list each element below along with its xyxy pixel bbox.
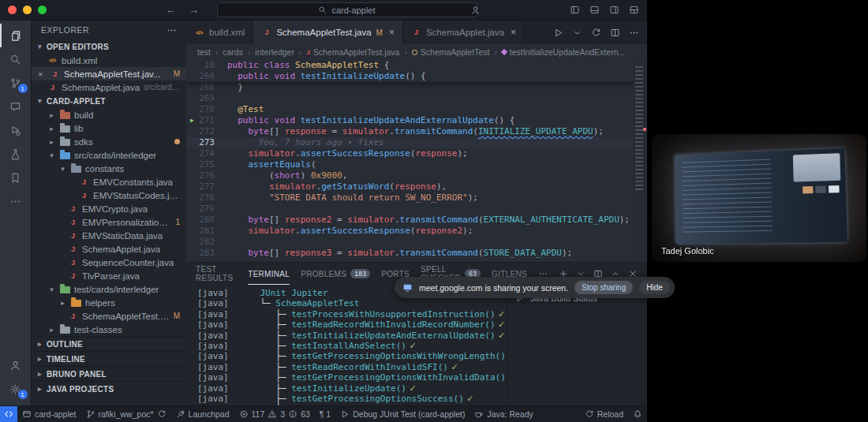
sidebar-section-bruno-panel[interactable]: ▸BRUNO PANEL <box>32 366 186 381</box>
code-line[interactable]: 277 simulator.getStatusWord(response), <box>186 181 647 192</box>
stop-sharing-button[interactable]: Stop sharing <box>574 281 633 294</box>
open-editor-item-schemaapplet-java[interactable]: JSchemaApplet.javasrc/card... <box>32 80 186 94</box>
activity-ellipsis-button[interactable] <box>0 189 32 213</box>
breadcrumb-item-interledger[interactable]: interledger <box>255 47 294 57</box>
activity-files-button[interactable] <box>0 24 32 47</box>
sidebar-section-timeline[interactable]: ▸TIMELINE <box>32 351 186 366</box>
code-line[interactable]: 271▶ public void testInitializeUpdateAnd… <box>186 115 647 126</box>
layout-right-icon[interactable] <box>609 5 619 15</box>
code-line[interactable]: 278 "STORE DATA should return SW_NO_ERRO… <box>186 192 647 204</box>
code-line[interactable]: 275 assertEquals( <box>186 159 647 170</box>
close-window-button[interactable] <box>8 6 17 14</box>
status-reload[interactable]: Reload <box>580 406 628 422</box>
run-button-icon[interactable] <box>553 28 563 38</box>
code-line[interactable]: 280 byte[] response2 = simulator.transmi… <box>186 215 647 226</box>
tree-item-build[interactable]: ▸build <box>32 108 186 121</box>
status-1[interactable]: ¶ 1 <box>315 406 335 422</box>
code-line[interactable]: 282 <box>186 237 647 248</box>
tree-item-test-classes[interactable]: ▸test-classes <box>32 323 186 336</box>
sidebar-more-actions-icon[interactable] <box>166 25 177 35</box>
status-java-ready[interactable]: Java: Ready <box>470 406 537 422</box>
minimap[interactable] <box>633 60 647 262</box>
panel-tab-problems[interactable]: PROBLEMS183 <box>301 263 370 285</box>
open-editor-item-schemaapplettest-jav[interactable]: ×JSchemaAppletTest.jav...M <box>32 67 186 80</box>
status-debug-junit-test-card-applet[interactable]: Debug JUnit Test (card-applet) <box>335 406 470 422</box>
code-line[interactable]: 281 simulator.assertSuccessResponse(resp… <box>186 226 647 237</box>
tree-item-emvpersonalization-java[interactable]: JEMVPersonalization.java1 <box>32 215 186 229</box>
tree-item-lib[interactable]: ▸lib <box>32 121 186 135</box>
layout-panel-icon[interactable] <box>629 5 639 15</box>
run-dropdown-icon[interactable] <box>572 28 582 38</box>
code-line[interactable]: 279 <box>186 204 647 215</box>
code-line[interactable]: 272 byte[] response = simulator.transmit… <box>186 126 647 137</box>
close-icon[interactable]: × <box>511 27 516 38</box>
minimize-window-button[interactable] <box>23 6 32 14</box>
tab-build-xml[interactable]: </>build.xml <box>186 21 253 44</box>
account-icon[interactable] <box>470 5 481 15</box>
tree-item-emvconstants-java[interactable]: JEMVConstants.java <box>32 175 186 189</box>
command-center[interactable]: card-applet <box>217 2 477 17</box>
tree-item-schemaapplet-java[interactable]: JSchemaApplet.java <box>32 242 186 256</box>
code-line[interactable]: 10public class SchemaAppletTest { <box>186 60 647 71</box>
panel-tab-terminal[interactable]: TERMINAL <box>248 263 290 285</box>
close-icon[interactable]: × <box>38 69 46 79</box>
activity-person-button[interactable] <box>0 353 32 377</box>
code-line[interactable]: 276 (short) 0x9000, <box>186 170 647 181</box>
activity-flask-button[interactable] <box>0 142 32 166</box>
activity-search-button[interactable] <box>0 47 32 71</box>
tree-item-schemaapplettest-java[interactable]: JSchemaAppletTest.javaM <box>32 309 186 323</box>
open-editor-item-build-xml[interactable]: </>build.xml <box>32 54 186 67</box>
status-card-applet[interactable]: card-applet <box>17 406 81 422</box>
layout-left-icon[interactable] <box>570 5 580 15</box>
tree-item-helpers[interactable]: ▸helpers <box>32 296 186 309</box>
open-editors-header[interactable]: ▾ OPEN EDITORS <box>32 39 186 54</box>
more-actions-icon[interactable] <box>629 28 639 38</box>
close-icon[interactable]: × <box>389 27 395 38</box>
breadcrumb-item-schemaapplettest[interactable]: SchemaAppletTest <box>412 47 490 57</box>
activity-source-control-button[interactable]: 1 <box>0 71 32 95</box>
breadcrumb-item-testinitializeupdateandextern[interactable]: testInitializeUpdateAndExtern... <box>502 47 626 57</box>
zoom-window-button[interactable] <box>38 6 47 14</box>
code-line[interactable]: 270 @Test <box>186 104 647 115</box>
status-launchpad[interactable]: Launchpad <box>171 406 234 422</box>
activity-run-debug-button[interactable] <box>0 118 32 142</box>
breadcrumb-item-test[interactable]: test <box>197 47 211 57</box>
terminal-output[interactable]: [java] JUnit Jupiter[java] └─ SchemaAppl… <box>186 285 507 405</box>
status-rafiki-ww-poc[interactable]: rafiki_ww_poc* <box>81 406 171 422</box>
activity-chat-button[interactable] <box>0 95 32 118</box>
code-line[interactable]: 268 } <box>186 82 647 93</box>
breadcrumb-item-cards[interactable]: cards <box>223 47 243 57</box>
panel-tab-test-results[interactable]: TEST RESULTS <box>196 263 237 285</box>
tree-item-test-cards-interledger[interactable]: ▾test/cards/interledger <box>32 282 186 296</box>
activity-gear-button[interactable]: 1 <box>0 377 32 401</box>
tree-item-constants[interactable]: ▾constants <box>32 162 186 175</box>
tree-item-sdks[interactable]: ▸sdks <box>32 135 186 148</box>
tree-item-emvstatuscodes-java[interactable]: JEMVStatusCodes.java <box>32 189 186 202</box>
status-problems[interactable]: 117363 <box>234 406 315 422</box>
tree-item-tlvparser-java[interactable]: JTlvParser.java <box>32 269 186 282</box>
tree-item-sequencecounter-java[interactable]: JSequenceCounter.java <box>32 256 186 269</box>
activity-bookmark-button[interactable] <box>0 166 32 189</box>
tree-item-src-cards-interledger[interactable]: ▾src/cards/interledger <box>32 148 186 162</box>
video-tile[interactable]: Tadej Golobic <box>652 134 866 262</box>
hide-button[interactable]: Hide <box>639 281 670 294</box>
code-line[interactable]: 260 public void testInitializeUpdate() { <box>186 71 647 82</box>
sidebar-section-outline[interactable]: ▸OUTLINE <box>32 336 186 351</box>
nav-back-icon[interactable]: ← <box>166 4 176 16</box>
run-test-icon[interactable]: ▶ <box>190 117 194 125</box>
breadcrumb-item-schemaapplettest-java[interactable]: JSchemaAppletTest.java <box>306 47 399 57</box>
nav-forward-icon[interactable]: → <box>189 4 199 16</box>
code-line[interactable]: 283 byte[] response3 = simulator.transmi… <box>186 248 647 259</box>
status-item[interactable] <box>628 406 647 422</box>
tab-schemaapplet-java[interactable]: JSchemaApplet.java× <box>403 21 525 44</box>
code-editor[interactable]: 10public class SchemaAppletTest {260 pub… <box>186 60 647 262</box>
layout-bottom-icon[interactable] <box>589 5 600 15</box>
code-line[interactable]: 269 <box>186 93 647 104</box>
tree-item-emvstaticdata-java[interactable]: JEMVStaticData.java <box>32 229 186 242</box>
tab-schemaapplettest-java[interactable]: JSchemaAppletTest.javaM× <box>253 21 403 44</box>
tree-item-emvcrypto-java[interactable]: JEMVCrypto.java <box>32 202 186 215</box>
code-line[interactable]: 273 You, 7 hours ago • fixes <box>186 137 647 148</box>
sidebar-section-java-projects[interactable]: ▸JAVA PROJECTS <box>32 381 186 396</box>
sync-button-icon[interactable] <box>591 28 601 38</box>
code-line[interactable]: 274 simulator.assertSuccessResponse(resp… <box>186 148 647 159</box>
